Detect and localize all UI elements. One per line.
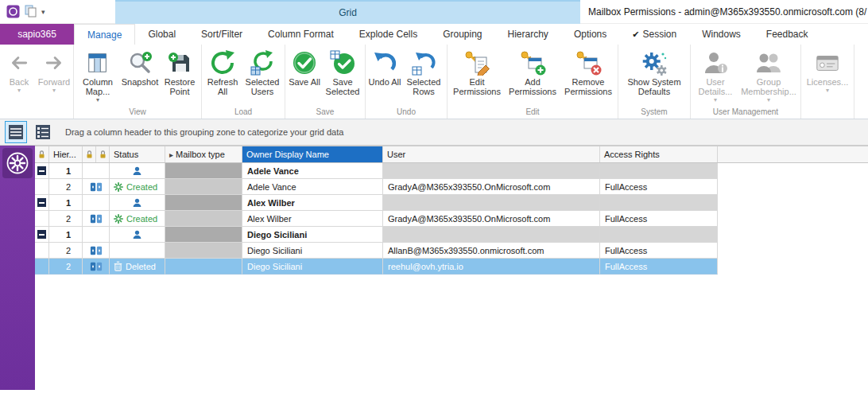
cell-access-rights[interactable]: FullAccess — [600, 211, 718, 227]
undo-all-button[interactable]: Undo All — [367, 46, 402, 107]
undo-selected-rows-button[interactable]: Selected Rows — [402, 46, 445, 107]
cell-row-icon[interactable] — [83, 195, 110, 211]
copy-window-icon[interactable] — [25, 5, 37, 19]
tab-feedback[interactable]: Feedback — [754, 24, 821, 45]
cell-status[interactable]: Created — [110, 179, 165, 195]
cell-owner[interactable]: Alex Wilber — [242, 195, 383, 211]
cell-hierarchy[interactable]: 2 — [49, 243, 83, 259]
cell-status[interactable] — [110, 243, 165, 259]
cell-row-icon[interactable] — [83, 259, 110, 275]
cell-hierarchy[interactable]: 2 — [49, 211, 83, 227]
cell-owner[interactable]: Diego Siciliani — [242, 259, 383, 275]
column-map-button[interactable]: Column Map... ▾ — [76, 46, 120, 107]
cell-user[interactable] — [383, 195, 600, 211]
cell-hierarchy[interactable]: 1 — [49, 227, 83, 243]
table-row-group[interactable]: 1 Adele Vance — [35, 163, 868, 179]
cell-user[interactable]: AllanB@M365x393550.onmicrosoft.com — [383, 243, 600, 259]
column-header-mailbox-type[interactable]: ▸ Mailbox type — [165, 146, 242, 162]
refresh-all-button[interactable]: Refresh All — [203, 46, 242, 107]
cell-expander[interactable] — [35, 243, 49, 259]
add-permissions-button[interactable]: Add Permissions — [505, 46, 560, 107]
user-details-button[interactable]: User Details... ▾ — [692, 46, 738, 107]
cell-access-rights[interactable] — [600, 163, 718, 179]
table-row[interactable]: 2 Diego Siciliani AllanB@M365x393550.onm… — [35, 243, 868, 259]
cell-row-icon[interactable] — [83, 179, 110, 195]
snapshot-button[interactable]: Snapshot — [120, 46, 160, 107]
cell-user[interactable] — [383, 163, 600, 179]
cell-mailbox-type[interactable] — [165, 243, 242, 259]
cell-owner[interactable]: Adele Vance — [242, 163, 383, 179]
tab-windows[interactable]: Windows — [689, 24, 754, 45]
column-header-user[interactable]: User — [383, 146, 600, 162]
column-header-access-rights[interactable]: Access Rights — [600, 146, 718, 162]
table-row[interactable]: 2 Created Adele Vance GradyA@M365x393550… — [35, 179, 868, 195]
tab-sapio365[interactable]: sapio365 — [0, 24, 74, 45]
cell-access-rights[interactable]: FullAccess — [600, 259, 718, 275]
cell-hierarchy[interactable]: 1 — [49, 195, 83, 211]
cell-mailbox-type[interactable] — [165, 227, 242, 243]
column-header-lock-3[interactable] — [96, 146, 110, 162]
save-selected-button[interactable]: Save Selected — [322, 46, 363, 107]
cell-user[interactable] — [383, 227, 600, 243]
cell-expander[interactable] — [35, 163, 49, 179]
cell-access-rights[interactable] — [600, 227, 718, 243]
column-header-lock-2[interactable] — [83, 146, 96, 162]
group-membership-button[interactable]: Group Membership... ▾ — [738, 46, 799, 107]
table-row-selected[interactable]: 2 Deleted Diego Siciliani reehul@ovh.ytr… — [35, 259, 868, 275]
tab-options[interactable]: Options — [561, 24, 619, 45]
tab-explode-cells[interactable]: Explode Cells — [347, 24, 430, 45]
cell-row-icon[interactable] — [83, 243, 110, 259]
save-all-button[interactable]: Save All — [287, 46, 322, 107]
titlebar-caret-icon[interactable]: ▾ — [41, 8, 45, 16]
cell-mailbox-type[interactable] — [165, 211, 242, 227]
cell-hierarchy[interactable]: 2 — [49, 179, 83, 195]
cell-status[interactable] — [110, 163, 165, 179]
app-logo-icon[interactable] — [6, 5, 20, 20]
cell-hierarchy[interactable]: 1 — [49, 163, 83, 179]
tab-grouping[interactable]: Grouping — [430, 24, 494, 45]
cell-status[interactable]: Deleted — [110, 259, 165, 275]
tab-column-format[interactable]: Column Format — [255, 24, 347, 45]
cell-user[interactable]: GradyA@M365x393550.OnMicrosoft.com — [383, 179, 600, 195]
cell-user[interactable]: reehul@ovh.ytria.io — [383, 259, 600, 275]
collapse-icon[interactable] — [37, 230, 46, 239]
tab-manage[interactable]: Manage — [74, 24, 135, 45]
cell-mailbox-type[interactable] — [165, 195, 242, 211]
collapse-icon[interactable] — [37, 166, 46, 175]
column-header-owner-display-name[interactable]: Owner Display Name — [242, 146, 383, 162]
table-row[interactable]: 2 Created Alex Wilber GradyA@M365x393550… — [35, 211, 868, 227]
forward-button[interactable]: Forward ▾ — [37, 46, 72, 107]
cell-owner[interactable]: Alex Wilber — [242, 211, 383, 227]
cell-access-rights[interactable]: FullAccess — [600, 179, 718, 195]
tab-hierarchy[interactable]: Hierarchy — [495, 24, 561, 45]
list-view-toggle[interactable] — [32, 121, 54, 143]
cell-expander[interactable] — [35, 211, 49, 227]
cell-access-rights[interactable]: FullAccess — [600, 243, 718, 259]
cell-user[interactable]: GradyA@M365x393550.OnMicrosoft.com — [383, 211, 600, 227]
cell-owner[interactable]: Adele Vance — [242, 179, 383, 195]
cell-owner[interactable]: Diego Siciliani — [242, 243, 383, 259]
cell-mailbox-type[interactable] — [165, 179, 242, 195]
grid-view-toggle[interactable] — [5, 121, 27, 143]
grouping-zone[interactable]: Drag a column header to this grouping zo… — [0, 119, 868, 146]
restore-point-button[interactable]: Restore Point — [160, 46, 200, 107]
column-header-hierarchy[interactable]: Hier... — [49, 146, 83, 162]
cell-status[interactable] — [110, 195, 165, 211]
cell-mailbox-type[interactable] — [165, 259, 242, 275]
table-row-group[interactable]: 1 Diego Siciliani — [35, 227, 868, 243]
cell-row-icon[interactable] — [83, 211, 110, 227]
edit-permissions-button[interactable]: Edit Permissions — [449, 46, 505, 107]
cell-access-rights[interactable] — [600, 195, 718, 211]
tab-sort-filter[interactable]: Sort/Filter — [188, 24, 255, 45]
licenses-button[interactable]: Licenses... ▾ — [803, 46, 852, 107]
sapio365-gear-button[interactable] — [2, 148, 33, 178]
column-header-status[interactable]: Status — [110, 146, 165, 162]
refresh-selected-users-button[interactable]: Selected Users — [242, 46, 283, 107]
cell-owner[interactable]: Diego Siciliani — [242, 227, 383, 243]
cell-expander[interactable] — [35, 227, 49, 243]
table-row-group[interactable]: 1 Alex Wilber — [35, 195, 868, 211]
cell-status[interactable] — [110, 227, 165, 243]
collapse-icon[interactable] — [37, 198, 46, 207]
back-button[interactable]: Back ▾ — [2, 46, 37, 107]
column-header-lock-1[interactable] — [35, 146, 49, 162]
